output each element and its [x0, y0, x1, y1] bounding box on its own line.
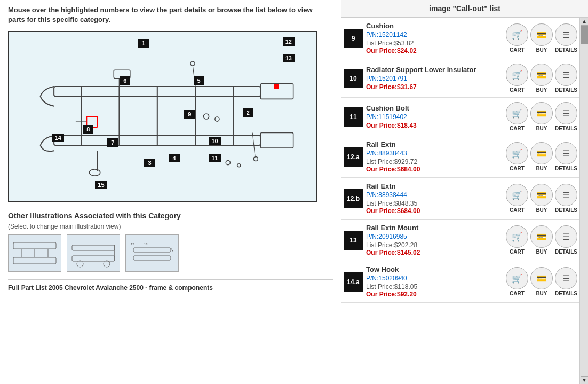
callout-11[interactable]: 11 [209, 154, 220, 162]
action-buttons-13: 🛒 CART 💳 BUY ☰ DETAILS [506, 225, 577, 255]
callout-8[interactable]: 8 [83, 125, 93, 134]
callout-10[interactable]: 10 [209, 137, 220, 145]
part-our-price-9: Our Price:$24.02 [366, 47, 503, 54]
svg-rect-34 [133, 248, 171, 252]
part-badge-12b: 12.b [344, 189, 363, 208]
cart-icon-12a[interactable]: 🛒 [506, 142, 528, 164]
cart-btn-9[interactable]: 🛒 CART [506, 23, 528, 53]
buy-btn-12b[interactable]: 💳 BUY [530, 184, 553, 213]
buy-btn-11[interactable]: 💳 BUY [530, 102, 553, 131]
buy-icon-9[interactable]: 💳 [530, 23, 553, 46]
scroll-up-arrow[interactable]: ▲ [581, 18, 588, 26]
thumbnail-list: 12 13 [8, 234, 333, 272]
scroll-down-arrow[interactable]: ▼ [581, 376, 588, 384]
part-badge-10: 10 [344, 69, 363, 88]
callout-3[interactable]: 3 [144, 159, 155, 167]
cart-btn-14a[interactable]: 🛒 CART [506, 267, 528, 296]
diagram-svg [9, 32, 316, 201]
details-label-10: DETAILS [555, 87, 577, 93]
buy-label-9: BUY [536, 47, 547, 53]
action-buttons-12a: 🛒 CART 💳 BUY ☰ DETAILS [506, 142, 577, 171]
cart-label-10: CART [510, 87, 525, 93]
details-icon-13[interactable]: ☰ [555, 225, 577, 248]
details-label-14a: DETAILS [555, 291, 577, 296]
action-buttons-12b: 🛒 CART 💳 BUY ☰ DETAILS [506, 184, 577, 213]
parts-list: 9 Cushion P/N:15201142 List Price:$53.82… [341, 18, 579, 384]
cart-icon-11[interactable]: 🛒 [506, 102, 528, 124]
cart-btn-10[interactable]: 🛒 CART [506, 64, 528, 93]
details-label-12b: DETAILS [555, 207, 577, 213]
part-name-14a: Tow Hook [366, 265, 503, 273]
buy-label-11: BUY [536, 126, 547, 131]
cart-btn-12a[interactable]: 🛒 CART [506, 142, 528, 171]
scrollbar[interactable]: ▲ ▼ [579, 18, 588, 384]
details-btn-14a[interactable]: ☰ DETAILS [555, 267, 577, 296]
part-row: 12.b Rail Extn P/N:88938444 List Price:$… [341, 178, 579, 220]
details-icon-12b[interactable]: ☰ [555, 184, 577, 206]
cart-icon-9[interactable]: 🛒 [506, 23, 528, 46]
details-icon-9[interactable]: ☰ [555, 23, 577, 46]
part-badge-12a: 12.a [344, 147, 363, 167]
part-list-price-13: List Price:$202.28 [366, 241, 503, 249]
callout-1[interactable]: 1 [138, 39, 149, 48]
part-info-13: Rail Extn Mount P/N:20916985 List Price:… [366, 224, 503, 256]
buy-label-12a: BUY [536, 166, 547, 171]
details-icon-14a[interactable]: ☰ [555, 267, 577, 289]
details-icon-10[interactable]: ☰ [555, 64, 577, 86]
svg-rect-8 [260, 133, 293, 148]
thumb-svg-3: 12 13 [128, 237, 176, 269]
details-btn-12b[interactable]: ☰ DETAILS [555, 184, 577, 213]
part-badge-9: 9 [344, 29, 363, 48]
part-row: 9 Cushion P/N:15201142 List Price:$53.82… [341, 18, 579, 59]
thumb-svg-1 [11, 237, 59, 269]
buy-icon-13[interactable]: 💳 [530, 225, 553, 248]
buy-btn-13[interactable]: 💳 BUY [530, 225, 553, 255]
action-buttons-9: 🛒 CART 💳 BUY ☰ DETAILS [506, 23, 577, 53]
part-name-13: Rail Extn Mount [366, 224, 503, 232]
details-btn-11[interactable]: ☰ DETAILS [555, 102, 577, 131]
cart-btn-11[interactable]: 🛒 CART [506, 102, 528, 131]
callout-12[interactable]: 12 [283, 37, 295, 46]
details-btn-12a[interactable]: ☰ DETAILS [555, 142, 577, 171]
details-btn-9[interactable]: ☰ DETAILS [555, 23, 577, 53]
details-btn-10[interactable]: ☰ DETAILS [555, 64, 577, 93]
callout-4[interactable]: 4 [169, 154, 180, 162]
callout-15[interactable]: 15 [95, 181, 107, 189]
callout-9[interactable]: 9 [184, 110, 195, 119]
buy-icon-12b[interactable]: 💳 [530, 184, 553, 206]
part-name-10: Radiator Support Lower Insulator [366, 66, 503, 74]
cart-btn-13[interactable]: 🛒 CART [506, 225, 528, 255]
details-icon-11[interactable]: ☰ [555, 102, 577, 124]
thumbnail-2[interactable] [67, 234, 120, 272]
cart-label-12a: CART [510, 166, 525, 171]
details-icon-12a[interactable]: ☰ [555, 142, 577, 164]
thumbnail-3[interactable]: 12 13 [125, 234, 179, 272]
buy-btn-12a[interactable]: 💳 BUY [530, 142, 553, 171]
callout-6[interactable]: 6 [120, 76, 130, 85]
buy-icon-12a[interactable]: 💳 [530, 142, 553, 164]
callout-14[interactable]: 14 [52, 134, 64, 142]
cart-icon-12b[interactable]: 🛒 [506, 184, 528, 206]
buy-icon-14a[interactable]: 💳 [530, 267, 553, 289]
buy-icon-10[interactable]: 💳 [530, 64, 553, 86]
svg-line-36 [171, 248, 173, 252]
buy-label-12b: BUY [536, 207, 547, 213]
callout-2[interactable]: 2 [243, 108, 253, 117]
thumbnail-1[interactable] [8, 234, 61, 272]
details-btn-13[interactable]: ☰ DETAILS [555, 225, 577, 255]
cart-icon-13[interactable]: 🛒 [506, 225, 528, 248]
buy-icon-11[interactable]: 💳 [530, 102, 553, 124]
cart-btn-12b[interactable]: 🛒 CART [506, 184, 528, 213]
callout-7[interactable]: 7 [107, 138, 118, 147]
details-label-13: DETAILS [555, 249, 577, 255]
buy-btn-14a[interactable]: 💳 BUY [530, 267, 553, 296]
part-pn-14a: P/N:15020940 [366, 275, 503, 282]
cart-icon-10[interactable]: 🛒 [506, 64, 528, 86]
part-badge-11: 11 [344, 107, 363, 127]
cart-icon-14a[interactable]: 🛒 [506, 267, 528, 289]
callout-13[interactable]: 13 [283, 54, 295, 62]
callout-5[interactable]: 5 [194, 76, 204, 85]
buy-btn-10[interactable]: 💳 BUY [530, 64, 553, 93]
part-pn-13: P/N:20916985 [366, 233, 503, 240]
buy-btn-9[interactable]: 💳 BUY [530, 23, 553, 53]
